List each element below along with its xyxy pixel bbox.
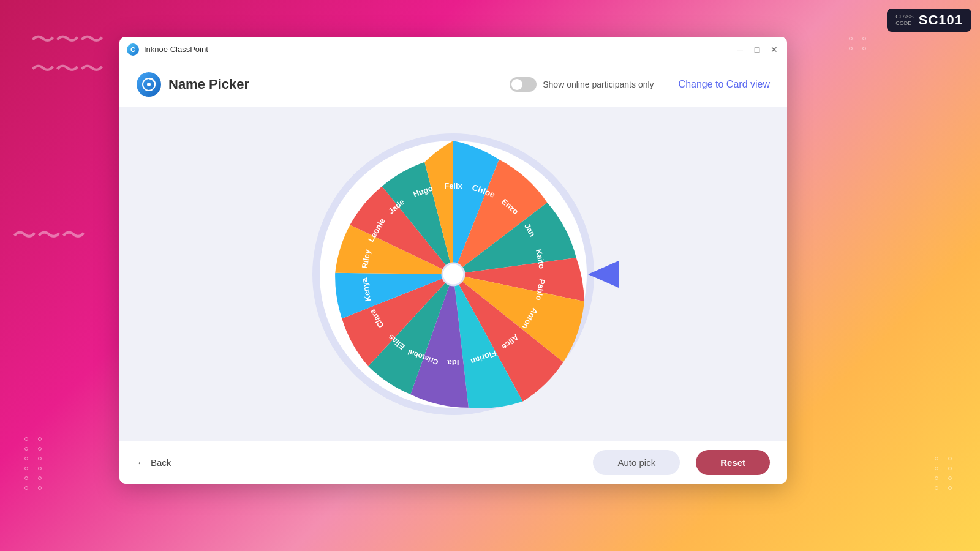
maximize-button[interactable]: □ [752,44,763,55]
squiggle-decoration-ml: 〜〜〜 [12,220,86,250]
svg-point-4 [442,263,464,285]
main-window: C Inknoe ClassPoint ─ □ ✕ Name Picker Sh… [119,37,787,484]
class-code-label: classcode [895,13,914,27]
footer: ← Back Auto pick Reset [119,441,787,484]
dots-decoration-br [935,457,956,490]
online-only-toggle[interactable] [510,77,537,92]
header: Name Picker Show online participants onl… [119,62,787,107]
class-code-value: SC101 [919,12,963,28]
content-area: Riley Leonie Jade Hugo Felix Chloe Enzo … [119,107,787,441]
titlebar-title: Inknoe ClassPoint [144,45,729,54]
close-button[interactable]: ✕ [769,44,780,55]
toggle-label: Show online participants only [543,80,654,89]
spin-wheel[interactable]: Riley Leonie Jade Hugo Felix Chloe Enzo … [306,127,600,421]
page-title: Name Picker [168,77,510,92]
svg-text:Felix: Felix [444,181,462,190]
squiggle-decoration-tl: 〜〜〜〜〜〜 [31,24,104,83]
svg-text:Ida: Ida [447,358,459,367]
auto-pick-button[interactable]: Auto pick [593,450,680,475]
change-view-button[interactable]: Change to Card view [679,79,770,90]
class-code-badge: classcode SC101 [887,9,971,32]
dots-decoration-tr [849,37,870,50]
toggle-group: Show online participants only [510,77,654,92]
back-label: Back [151,457,171,468]
wheel-pointer [588,261,619,288]
titlebar: C Inknoe ClassPoint ─ □ ✕ [119,37,787,62]
back-button[interactable]: ← Back [137,457,171,468]
reset-button[interactable]: Reset [696,450,770,475]
dots-decoration-bl [24,437,45,490]
wheel-svg: Riley Leonie Jade Hugo Felix Chloe Enzo … [306,127,600,421]
titlebar-controls: ─ □ ✕ [734,44,780,55]
app-icon: C [127,43,139,56]
app-logo [137,72,161,97]
back-arrow-icon: ← [137,457,146,468]
svg-point-1 [147,83,151,86]
minimize-button[interactable]: ─ [734,44,745,55]
